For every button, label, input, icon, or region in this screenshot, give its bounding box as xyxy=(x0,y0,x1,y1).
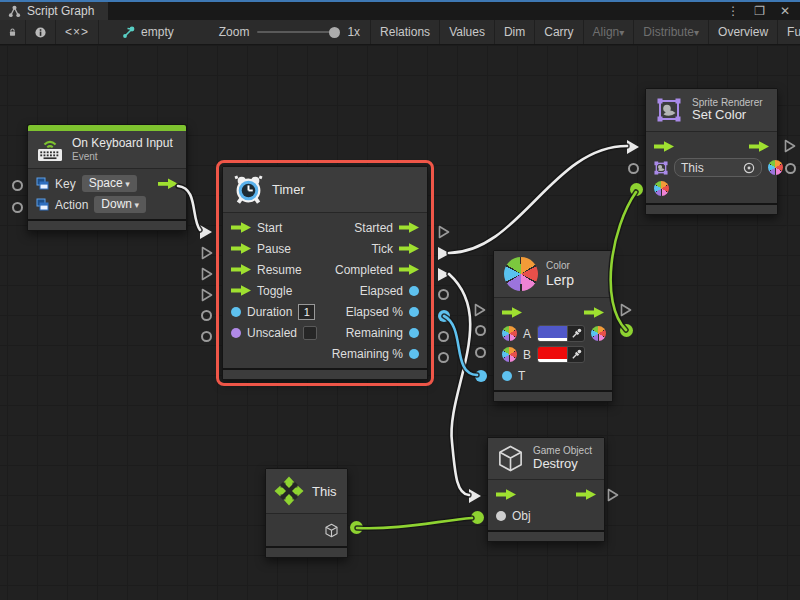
node-destroy[interactable]: Game Object Destroy Obj xyxy=(487,437,605,542)
window-menu-icon[interactable]: ⋮ xyxy=(727,4,739,18)
port-timer-duration-in[interactable] xyxy=(201,310,212,321)
overview-button[interactable]: Overview xyxy=(708,20,777,44)
eyedropper-icon xyxy=(571,328,582,339)
value-out-dot[interactable] xyxy=(409,349,419,359)
port-timer-remaining-pct-out[interactable] xyxy=(438,352,449,363)
zoom-slider[interactable] xyxy=(257,31,339,33)
duration-input[interactable]: 1 xyxy=(298,304,315,320)
target-object-field[interactable]: This xyxy=(674,158,762,177)
zoom-slider-handle[interactable] xyxy=(329,27,340,38)
zoom-label: Zoom xyxy=(219,25,250,39)
flow-in-arrow[interactable] xyxy=(231,264,251,276)
port-lerp-flow-in[interactable] xyxy=(474,303,486,317)
port-lerp-b-in[interactable] xyxy=(475,347,486,358)
port-timer-remaining-out[interactable] xyxy=(438,331,449,342)
port-timer-resume-in[interactable] xyxy=(201,267,213,281)
port-label-key: Key xyxy=(55,177,76,191)
port-lerp-t-in[interactable] xyxy=(475,370,487,382)
port-this-out[interactable] xyxy=(350,521,363,534)
node-category: Color xyxy=(546,260,574,272)
carry-button[interactable]: Carry xyxy=(534,20,582,44)
color-b-swatch[interactable] xyxy=(537,346,585,363)
value-in-dot[interactable] xyxy=(231,307,241,317)
graph-breadcrumb[interactable]: empty xyxy=(113,20,183,44)
node-timer[interactable]: Timer Start Started Pause Tick Resume Co… xyxy=(222,166,428,380)
port-setcolor-target-in[interactable] xyxy=(628,163,639,174)
color-result-icon[interactable] xyxy=(591,326,606,341)
node-title: On Keyboard Input xyxy=(72,137,173,151)
port-timer-start-in[interactable] xyxy=(199,224,213,240)
port-timer-toggle-in[interactable] xyxy=(201,288,213,302)
graph-name: empty xyxy=(141,25,174,39)
port-label: Remaining % xyxy=(332,347,403,361)
flow-out-arrow[interactable] xyxy=(584,307,604,319)
maximize-icon[interactable]: ❐ xyxy=(754,4,765,18)
port-destroy-obj-in[interactable] xyxy=(471,511,484,524)
cube-icon-small[interactable] xyxy=(324,523,339,538)
port-destroy-flow-out[interactable] xyxy=(607,488,619,502)
port-lerp-color-out[interactable] xyxy=(620,324,633,337)
port-timer-pause-in[interactable] xyxy=(201,246,213,260)
color-a-swatch[interactable] xyxy=(537,325,585,342)
node-footer xyxy=(646,205,777,214)
color-result-icon[interactable] xyxy=(768,160,783,175)
port-timer-unscaled-in[interactable] xyxy=(201,331,212,342)
key-dropdown[interactable]: Space xyxy=(82,175,137,192)
flow-out-arrow[interactable] xyxy=(576,489,596,501)
flow-out-arrow[interactable] xyxy=(158,178,178,190)
flow-in-arrow[interactable] xyxy=(502,307,522,319)
collapse-ports-button[interactable]: <×> xyxy=(56,20,99,44)
flow-in-arrow[interactable] xyxy=(496,489,516,501)
fullscreen-button[interactable]: Full Screen xyxy=(777,20,800,44)
relations-button[interactable]: Relations xyxy=(370,20,439,44)
color-port-icon[interactable] xyxy=(502,347,517,362)
value-in-dot[interactable] xyxy=(502,371,512,381)
values-button[interactable]: Values xyxy=(439,20,494,44)
port-timer-elapsed-pct-out[interactable] xyxy=(438,310,450,322)
port-label: Started xyxy=(354,221,393,235)
color-in-icon[interactable] xyxy=(654,181,669,196)
flow-in-arrow[interactable] xyxy=(231,222,251,234)
flow-in-arrow[interactable] xyxy=(654,141,674,153)
port-keyboard-key-in[interactable] xyxy=(12,180,23,191)
unscaled-checkbox[interactable] xyxy=(303,326,317,340)
port-timer-started-out[interactable] xyxy=(438,225,450,239)
port-timer-elapsed-out[interactable] xyxy=(438,289,449,300)
value-in-dot[interactable] xyxy=(496,511,506,521)
tab-bar: Script Graph ⋮ ❐ ✕ xyxy=(0,2,800,20)
info-button[interactable] xyxy=(26,20,56,44)
node-this[interactable]: This xyxy=(265,468,348,558)
flow-in-arrow[interactable] xyxy=(231,285,251,297)
node-set-color[interactable]: Sprite Renderer Set Color xyxy=(645,88,778,215)
value-out-dot[interactable] xyxy=(409,286,419,296)
port-setcolor-result-out[interactable] xyxy=(785,163,796,174)
flow-out-arrow[interactable] xyxy=(399,264,419,276)
graph-toolbar: <×> empty Zoom 1x Relations Values Dim C… xyxy=(0,20,800,45)
flow-in-arrow[interactable] xyxy=(231,243,251,255)
port-lerp-flow-out[interactable] xyxy=(620,303,632,317)
flow-out-arrow[interactable] xyxy=(749,141,769,153)
dim-button[interactable]: Dim xyxy=(494,20,534,44)
value-out-dot[interactable] xyxy=(409,328,419,338)
lock-button[interactable] xyxy=(0,20,26,44)
color-port-icon[interactable] xyxy=(502,326,517,341)
port-setcolor-flow-out[interactable] xyxy=(784,139,796,153)
port-label: Elapsed xyxy=(360,284,403,298)
port-setcolor-flow-in[interactable] xyxy=(626,139,640,155)
port-setcolor-color-in[interactable] xyxy=(630,183,643,196)
flow-out-arrow[interactable] xyxy=(399,243,419,255)
value-in-dot[interactable] xyxy=(231,328,241,338)
flow-out-arrow[interactable] xyxy=(399,222,419,234)
port-timer-completed-out[interactable] xyxy=(437,267,451,282)
node-on-keyboard-input[interactable]: On Keyboard Input Event Key Space xyxy=(27,124,187,231)
close-icon[interactable]: ✕ xyxy=(780,4,790,18)
port-lerp-a-in[interactable] xyxy=(475,325,486,336)
value-out-dot[interactable] xyxy=(409,307,419,317)
port-destroy-flow-in[interactable] xyxy=(468,488,482,504)
port-keyboard-action-in[interactable] xyxy=(12,202,23,213)
node-color-lerp[interactable]: Color Lerp A xyxy=(493,250,613,402)
action-dropdown[interactable]: Down xyxy=(94,196,146,213)
port-timer-tick-out[interactable] xyxy=(437,246,451,261)
tab-script-graph[interactable]: Script Graph xyxy=(0,2,108,20)
object-picker-icon[interactable] xyxy=(743,162,755,174)
